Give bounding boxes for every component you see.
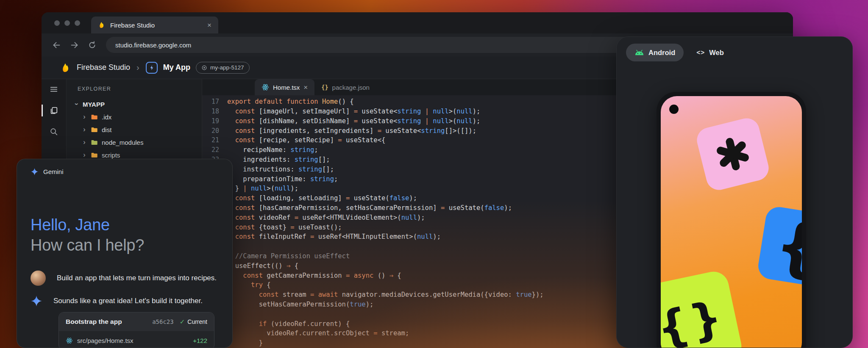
app-id-icon (201, 65, 207, 71)
react-icon (66, 337, 73, 344)
url-text: studio.firebase.google.com (115, 41, 191, 49)
tree-item-nodemodules[interactable]: ›node_modules (67, 136, 202, 149)
tree-root-label: MYAPP (83, 101, 105, 108)
screenshot-stage: Firebase Studio × stu (0, 0, 868, 348)
changed-file-row[interactable]: src/pages/Home.tsx +122 (59, 331, 214, 348)
window-control-dot[interactable] (54, 20, 60, 26)
line-number: 17 (202, 97, 219, 107)
assistant-message-text: Sounds like a great idea! Let's build it… (53, 297, 203, 305)
tree-item-label: node_modules (102, 139, 143, 146)
tree-item-dist[interactable]: ›dist (67, 123, 202, 136)
search-icon (49, 127, 58, 136)
chevron-right-icon: › (82, 113, 87, 121)
tree-root-myapp[interactable]: › MYAPP (67, 98, 202, 110)
line-number: 22 (202, 145, 219, 155)
assistant-message-row: Sounds like a great idea! Let's build it… (17, 295, 232, 307)
app-icon (146, 62, 158, 74)
phone-screen: { {} (661, 96, 802, 348)
status-badge: Current (187, 318, 207, 325)
hamburger-icon (49, 85, 58, 94)
tab-home-tsx[interactable]: Home.tsx × (255, 79, 314, 95)
window-controls[interactable] (54, 20, 80, 26)
chevron-right-icon: › (82, 151, 87, 159)
user-message-text: Build an app that lets me turn images in… (57, 274, 217, 282)
camera-punch-hole (669, 105, 679, 114)
diff-added-count: +122 (193, 337, 207, 344)
greeting-line-1: Hello, Jane (31, 215, 219, 235)
toggle-android[interactable]: Android (626, 44, 684, 61)
browser-titlebar: Firebase Studio × (42, 12, 793, 33)
platform-toggles: Android <> Web (617, 37, 852, 61)
firebase-logo-icon (98, 21, 106, 29)
check-icon: ✓ (180, 318, 185, 326)
window-control-dot[interactable] (75, 20, 80, 26)
brace-glyph: { (770, 207, 802, 287)
folder-icon (91, 113, 98, 121)
tree-item-label: .idx (102, 113, 111, 121)
toggle-label: Android (648, 49, 675, 57)
toggle-label: Web (709, 49, 724, 57)
tree-item-label: dist (102, 126, 111, 133)
chevron-right-icon: › (82, 126, 87, 133)
bracket-tile: {} (661, 269, 744, 348)
forward-button[interactable] (66, 37, 82, 53)
app-id-text: my-app-5127 (210, 64, 244, 71)
breadcrumb-separator: › (136, 63, 139, 72)
bootstrap-task-card[interactable]: Bootstrap the app a56c23 ✓ Current src/p… (58, 312, 214, 348)
chevron-down-icon: › (73, 102, 81, 107)
android-phone-mockup: { {} (657, 92, 806, 348)
folder-icon (91, 139, 98, 146)
browser-tab-title: Firebase Studio (110, 22, 155, 29)
user-avatar (31, 271, 46, 286)
file-tree: › MYAPP ›.idx›dist›node_modules›scripts (67, 98, 202, 161)
asterisk-tile (694, 116, 771, 193)
greeting-line-2: How can I help? (31, 235, 219, 255)
browser-tab[interactable]: Firebase Studio × (91, 17, 218, 33)
user-message-row: Build an app that lets me turn images in… (17, 271, 232, 286)
firebase-logo-icon (60, 62, 71, 73)
file-path: src/pages/Home.tsx (77, 337, 189, 344)
reload-icon (88, 41, 97, 50)
back-icon (52, 41, 61, 50)
explorer-view-button[interactable] (42, 101, 66, 120)
react-icon (262, 83, 269, 91)
bracket-glyph: {} (661, 290, 728, 348)
gemini-star-icon (31, 168, 39, 176)
gemini-header: Gemini (17, 159, 232, 176)
app-id-badge[interactable]: my-app-5127 (196, 62, 250, 74)
window-control-dot[interactable] (64, 20, 70, 26)
asterisk-icon (709, 130, 757, 178)
forward-icon (70, 41, 79, 50)
search-view-button[interactable] (42, 122, 66, 141)
line-number: 18 (202, 107, 219, 116)
explorer-title: EXPLORER (67, 79, 202, 92)
brace-tile: { (757, 205, 802, 289)
tab-label: package.json (332, 84, 370, 91)
code-brackets-icon: <> (696, 49, 705, 56)
json-braces-icon: {} (321, 84, 328, 91)
reload-button[interactable] (84, 37, 100, 53)
menu-button[interactable] (42, 80, 66, 99)
line-number: 20 (202, 126, 219, 136)
task-title: Bootstrap the app (66, 318, 152, 326)
tab-package-json[interactable]: {} package.json (314, 79, 376, 95)
gemini-star-icon (31, 295, 42, 307)
gemini-greeting: Hello, Jane How can I help? (17, 176, 232, 255)
app-name[interactable]: My App (163, 63, 190, 72)
tab-close-icon[interactable]: × (303, 84, 308, 91)
files-icon (49, 106, 58, 115)
chevron-right-icon: › (82, 138, 87, 146)
tree-item-label: scripts (102, 152, 120, 159)
back-button[interactable] (48, 37, 64, 53)
gemini-panel: Gemini Hello, Jane How can I help? Build… (17, 159, 233, 348)
toggle-web[interactable]: <> Web (688, 44, 732, 61)
task-card-header[interactable]: Bootstrap the app a56c23 ✓ Current (59, 312, 214, 331)
product-name[interactable]: Firebase Studio (77, 63, 130, 72)
folder-icon (91, 126, 98, 133)
gemini-title: Gemini (43, 168, 64, 175)
tree-item-idx[interactable]: ›.idx (67, 110, 202, 123)
device-preview-panel: Android <> Web (616, 36, 853, 348)
tab-close-icon[interactable]: × (207, 22, 211, 29)
tab-label: Home.tsx (273, 84, 300, 91)
line-number: 21 (202, 135, 219, 145)
